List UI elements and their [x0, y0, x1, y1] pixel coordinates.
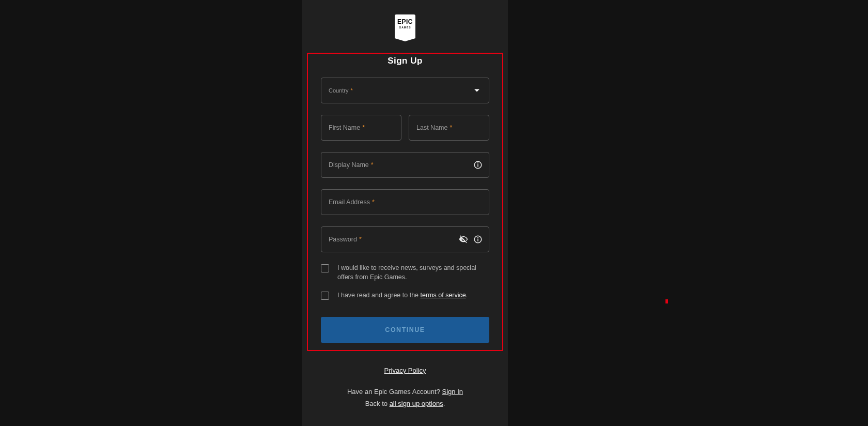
signup-panel: EPIC GAMES Sign Up Country * First Name … [302, 0, 508, 426]
footer-links: Privacy Policy Have an Epic Games Accoun… [302, 364, 508, 410]
email-label: Email Address [329, 199, 370, 206]
required-indicator: * [372, 199, 375, 206]
svg-point-2 [478, 163, 478, 163]
tos-label: I have read and agree to the terms of se… [337, 291, 468, 300]
eye-off-icon[interactable] [459, 235, 468, 244]
password-label: Password [329, 236, 357, 243]
logo-container: EPIC GAMES [302, 14, 508, 38]
have-account-text: Have an Epic Games Account? [347, 388, 442, 395]
have-account-line: Have an Epic Games Account? Sign In [302, 386, 508, 398]
chevron-down-icon [474, 89, 479, 92]
newsletter-checkbox-row: I would like to receive news, surveys an… [321, 264, 489, 282]
country-label: Country [329, 87, 349, 94]
last-name-label: Last Name [416, 124, 447, 131]
sign-in-link[interactable]: Sign In [442, 388, 463, 395]
required-indicator: * [359, 236, 362, 243]
back-to-line: Back to all sign up options. [302, 398, 508, 409]
first-name-label: First Name [329, 124, 360, 131]
tos-link[interactable]: terms of service [421, 292, 466, 299]
page-title: Sign Up [321, 56, 489, 66]
last-name-field[interactable]: Last Name * [409, 115, 489, 141]
required-indicator: * [450, 124, 452, 131]
signup-form-highlight: Sign Up Country * First Name * Last Name… [307, 53, 503, 351]
back-to-text: Back to [365, 400, 390, 407]
all-signup-options-link[interactable]: all sign up options [390, 400, 443, 407]
logo-text-sub: GAMES [395, 26, 415, 29]
password-field[interactable]: Password * [321, 226, 489, 252]
svg-point-5 [478, 237, 478, 238]
tos-checkbox[interactable] [321, 292, 329, 300]
privacy-policy-link[interactable]: Privacy Policy [302, 364, 508, 376]
info-icon[interactable] [473, 235, 483, 244]
email-field[interactable]: Email Address * [321, 189, 489, 215]
name-row: First Name * Last Name * [321, 115, 489, 141]
newsletter-checkbox[interactable] [321, 264, 329, 272]
red-marker [665, 299, 668, 303]
newsletter-label: I would like to receive news, surveys an… [337, 264, 489, 282]
tos-prefix: I have read and agree to the [337, 292, 421, 299]
country-select[interactable]: Country * [321, 78, 489, 103]
continue-button[interactable]: CONTINUE [321, 317, 489, 343]
required-indicator: * [362, 124, 365, 131]
epic-games-logo: EPIC GAMES [395, 14, 415, 38]
required-indicator: * [371, 161, 374, 169]
info-icon[interactable] [473, 160, 483, 170]
tos-checkbox-row: I have read and agree to the terms of se… [321, 291, 489, 300]
tos-suffix: . [466, 292, 468, 299]
logo-text-main: EPIC [395, 19, 415, 25]
required-indicator: * [351, 87, 353, 94]
display-name-field[interactable]: Display Name * [321, 152, 489, 178]
display-name-label: Display Name [329, 161, 369, 169]
first-name-field[interactable]: First Name * [321, 115, 401, 141]
period: . [443, 400, 445, 407]
